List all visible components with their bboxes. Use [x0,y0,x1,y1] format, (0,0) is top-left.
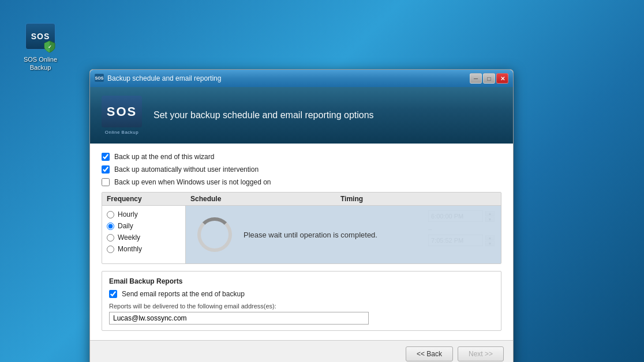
backup-end-row: Back up at the end of this wizard [102,153,501,161]
send-reports-row: Send email reports at the end of backup [109,290,494,298]
loading-message: Please wait until operation is completed… [244,231,377,239]
email-input[interactable] [109,312,369,325]
backup-auto-label: Back up automatically without user inter… [114,165,259,174]
dialog-body: Back up at the end of this wizard Back u… [90,144,513,340]
radio-hourly-label: Hourly [118,210,138,218]
dialog-footer: << Back Next >> [90,340,513,362]
backup-loggedoff-checkbox[interactable] [102,178,110,186]
col-timing: Timing [340,195,491,203]
col-empty [491,195,496,203]
desktop-icon[interactable]: SOS ✓ SOS OnlineBackup [17,23,63,72]
sos-logo-text: SOS [107,104,137,119]
radio-weekly-row: Weekly [107,233,181,242]
close-button[interactable]: ✕ [496,73,508,84]
sos-icon-text: SOS [31,32,50,40]
frequency-col: Hourly Daily Weekly Monthly [102,206,186,263]
title-bar-text: Backup schedule and email reporting [107,74,221,82]
email-section-title: Email Backup Reports [109,277,494,285]
next-button[interactable]: Next >> [458,346,504,361]
header-title: Set your backup schedule and email repor… [153,110,374,120]
shield-icon: ✓ [44,40,55,53]
sos-logo: SOS Online Backup [102,96,142,135]
send-reports-checkbox[interactable] [109,290,117,298]
backup-end-checkbox[interactable] [102,153,110,161]
svg-text:SOS: SOS [95,76,104,80]
backup-auto-row: Back up automatically without user inter… [102,165,501,174]
email-delivery-note: Reports will be delivered to the followi… [109,303,494,310]
radio-hourly-row: Hourly [107,210,181,218]
radio-daily-label: Daily [118,222,133,230]
send-reports-label: Send email reports at the end of backup [122,290,245,298]
app-icon: SOS ✓ [25,23,55,53]
maximize-button[interactable]: □ [483,73,495,84]
dialog-header: SOS Online Backup Set your backup schedu… [90,87,513,144]
schedule-header: Frequency Schedule Timing [102,193,501,206]
svg-text:✓: ✓ [48,44,52,50]
backup-auto-checkbox[interactable] [102,165,110,174]
radio-weekly-label: Weekly [118,233,140,242]
minimize-button[interactable]: ─ [470,73,482,84]
title-bar-buttons: ─ □ ✕ [470,73,508,84]
schedule-section: Frequency Schedule Timing Hourly Daily [102,192,501,264]
spinner [197,217,232,252]
radio-hourly[interactable] [107,211,114,218]
radio-weekly[interactable] [107,234,114,242]
dialog-window: SOS Backup schedule and email reporting … [89,69,514,362]
back-button[interactable]: << Back [406,346,453,361]
radio-monthly-row: Monthly [107,245,181,253]
radio-monthly-label: Monthly [118,245,142,253]
backup-loggedoff-label: Back up even when Windows user is not lo… [114,178,271,186]
backup-end-label: Back up at the end of this wizard [114,153,214,161]
spinner-ring [197,217,232,252]
loading-overlay: Please wait until operation is completed… [186,206,501,263]
radio-monthly[interactable] [107,246,114,253]
radio-daily[interactable] [107,223,114,230]
col-schedule: Schedule [190,195,340,203]
desktop-icon-label: SOS OnlineBackup [24,55,57,72]
title-bar-icon: SOS [95,74,104,83]
title-bar-left: SOS Backup schedule and email reporting [95,74,221,83]
title-bar: SOS Backup schedule and email reporting … [90,70,513,87]
email-section: Email Backup Reports Send email reports … [102,271,501,331]
schedule-body: Hourly Daily Weekly Monthly [102,206,501,263]
col-frequency: Frequency [107,195,190,203]
sos-logo-subtitle: Online Backup [105,130,139,135]
backup-loggedoff-row: Back up even when Windows user is not lo… [102,178,501,186]
radio-daily-row: Daily [107,222,181,230]
